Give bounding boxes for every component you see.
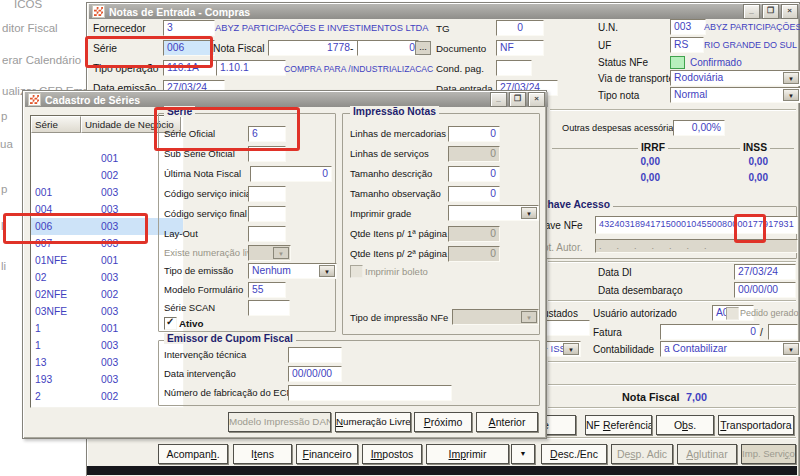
annotation-highlight-serie-oficial — [154, 107, 300, 151]
minimize-icon[interactable]: _ — [490, 92, 507, 107]
chevron-down-icon[interactable]: ▼ — [521, 207, 537, 219]
annotation-highlight-chave-serie — [734, 214, 766, 243]
anterior-button[interactable]: Anterior — [476, 412, 538, 432]
codigo-servico-final-field[interactable] — [248, 206, 286, 222]
ultima-nota-fiscal-label: Última Nota Fiscal — [164, 168, 241, 179]
tipo-emissao-label: Tipo de emissão — [164, 265, 233, 276]
serie-scan-field[interactable] — [248, 300, 290, 316]
imprimir-grade-label: Imprimir grade — [350, 208, 411, 219]
serie-scan-label: Série SCAN — [164, 302, 215, 313]
tipo-impressao-nfe-label: Tipo de impressão NFe — [350, 312, 448, 323]
tamanho-observacao-label: Tamanho observação — [350, 188, 441, 199]
codigo-servico-inicial-label: Código serviço inicial — [164, 188, 253, 199]
codigo-servico-final-label: Código serviço final — [164, 208, 247, 219]
cadastro-window-title: Cadastro de Séries — [45, 94, 140, 106]
existe-numeracao-livre-select: ▼ — [248, 245, 291, 261]
chevron-down-icon: ▼ — [521, 311, 537, 323]
column-header-serie[interactable]: Série — [31, 116, 81, 133]
qtde-itens-p2-field: 0 — [448, 246, 500, 262]
imprimir-grade-select[interactable]: ▼ — [448, 205, 539, 221]
emissor-cupom-caption: Emissor de Cupom Fiscal — [164, 333, 296, 344]
linhas-servicos-field: 0 — [448, 146, 500, 162]
linhas-servicos-label: Linhas de serviços — [350, 148, 429, 159]
tamanho-descricao-field[interactable]: 0 — [448, 166, 500, 182]
tamanho-descricao-label: Tamanho descrição — [350, 168, 432, 179]
tipo-emissao-select[interactable]: Nenhum▼ — [248, 263, 337, 279]
data-intervencao-label: Data intervenção — [164, 368, 236, 379]
qtde-itens-p2-label: Qtde Itens p/ 2ª página — [350, 248, 447, 259]
cadastro-titlebar[interactable]: Cadastro de Séries _ ❐ × — [25, 92, 548, 107]
app-icon — [28, 93, 41, 106]
tamanho-observacao-field[interactable]: 0 — [448, 186, 500, 202]
chevron-down-icon[interactable]: ▼ — [319, 265, 335, 277]
close-icon[interactable]: × — [528, 92, 545, 107]
ultima-nota-fiscal-field[interactable]: 0 — [250, 166, 332, 182]
numero-fabricacao-ecf-field[interactable] — [288, 385, 452, 401]
qtde-itens-p1-field: 0 — [448, 226, 500, 242]
numeracao-livre-button[interactable]: Numeração Livre — [335, 412, 411, 432]
modelo-impressao-danfe-button[interactable]: Modelo Impressão DANFE — [228, 412, 331, 432]
modelo-formulario-label: Modelo Formulário — [164, 284, 243, 295]
tipo-impressao-nfe-select: ▼ — [452, 309, 539, 325]
data-intervencao-field[interactable]: 00/00/00 — [288, 366, 342, 382]
annotation-highlight-table-row — [3, 213, 148, 244]
proximo-button[interactable]: Próximo — [414, 412, 472, 432]
ativo-checkbox[interactable] — [164, 317, 177, 330]
imprimir-boleto-label: Imprimir boleto — [365, 266, 428, 277]
chevron-down-icon: ▼ — [273, 247, 289, 259]
linhas-mercadorias-label: Linhas de mercadorias — [350, 128, 446, 139]
layout-field[interactable] — [248, 226, 286, 242]
intervencao-tecnica-field[interactable] — [288, 347, 342, 363]
qtde-itens-p1-label: Qtde Itens p/ 1ª página — [350, 228, 447, 239]
ativo-label: Ativo — [179, 318, 204, 329]
imprimir-boleto-checkbox — [350, 265, 363, 278]
impressao-notas-caption: Impressão Notas — [350, 106, 439, 117]
annotation-highlight-serie-field — [85, 36, 213, 68]
numero-fabricacao-ecf-label: Número de fabricação do ECF — [164, 387, 292, 398]
codigo-servico-inicial-field[interactable] — [248, 186, 286, 202]
maximize-icon[interactable]: ❐ — [509, 92, 526, 107]
intervencao-tecnica-label: Intervenção técnica — [164, 349, 246, 360]
linhas-mercadorias-field[interactable]: 0 — [448, 126, 500, 142]
impressao-notas-group — [342, 113, 540, 335]
layout-label: Lay-Out — [164, 228, 198, 239]
modelo-formulario-field[interactable]: 55 — [248, 282, 286, 298]
existe-numeracao-livre-label: Existe numeração livre — [164, 247, 260, 258]
